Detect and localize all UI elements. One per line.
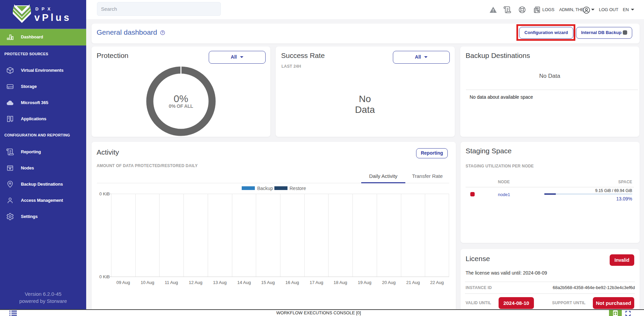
svg-text:DPX: DPX <box>35 6 54 11</box>
svg-text:vPlus: vPlus <box>34 12 71 23</box>
